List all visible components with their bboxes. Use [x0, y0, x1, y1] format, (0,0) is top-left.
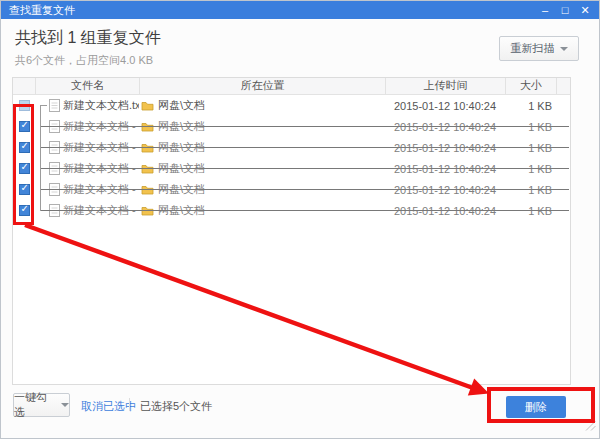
title-bar: 查找重复文件 – □ ✕: [1, 1, 599, 19]
batch-select-button[interactable]: 一键勾选: [13, 393, 70, 417]
table-row[interactable]: 新建文本文档 - 副本 (3... 网盘\文档 2015-01-12 10:40…: [13, 179, 570, 200]
table-row[interactable]: 新建文本文档 - 副本 (1... 网盘\文档 2015-01-12 10:40…: [13, 137, 570, 158]
delete-button[interactable]: 删除: [506, 396, 566, 418]
file-location: 网盘\文档: [158, 98, 205, 113]
summary-subtitle: 共6个文件，占用空间4.0 KB: [15, 53, 153, 68]
table-row[interactable]: 新建文本文档.txt 网盘\文档 2015-01-12 10:40:24 1 K…: [13, 95, 570, 116]
column-header-checkbox: [13, 78, 35, 94]
row-checkbox[interactable]: [19, 163, 30, 174]
row-checkbox[interactable]: [19, 184, 30, 195]
strikethrough-line: [41, 189, 569, 190]
chevron-down-icon: [560, 47, 568, 51]
column-header-size: 大小: [505, 78, 556, 94]
find-duplicates-dialog: 查找重复文件 – □ ✕ 共找到 1 组重复文件 共6个文件，占用空间4.0 K…: [0, 0, 600, 439]
column-header-gutter: [556, 78, 570, 94]
strikethrough-line: [41, 126, 569, 127]
rescan-button[interactable]: 重新扫描: [499, 36, 579, 61]
folder-icon: [141, 100, 154, 111]
close-icon[interactable]: ✕: [575, 1, 595, 19]
file-name: 新建文本文档.txt: [63, 98, 139, 113]
file-size: 1 KB: [505, 100, 556, 112]
strikethrough-line: [41, 210, 569, 211]
column-header-location: 所在位置: [139, 78, 385, 94]
window-title: 查找重复文件: [1, 1, 75, 19]
strikethrough-line: [41, 168, 569, 169]
window-controls: – □ ✕: [535, 1, 599, 19]
table-header: 文件名 所在位置 上传时间 大小: [13, 78, 570, 95]
column-header-time: 上传时间: [385, 78, 505, 94]
row-checkbox[interactable]: [19, 142, 30, 153]
table-row[interactable]: 新建文本文档 - 副本.txt 网盘\文档 2015-01-12 10:40:2…: [13, 116, 570, 137]
summary-title: 共找到 1 组重复文件: [15, 28, 161, 49]
file-icon: [49, 99, 60, 112]
row-checkbox[interactable]: [19, 121, 30, 132]
rescan-button-label: 重新扫描: [511, 41, 555, 56]
footer-divider: [129, 398, 130, 411]
file-time: 2015-01-12 10:40:24: [385, 100, 505, 112]
maximize-icon[interactable]: □: [555, 1, 575, 19]
selection-status: 已选择5个文件: [140, 399, 212, 414]
table-row[interactable]: 新建文本文档 - 副本 (2... 网盘\文档 2015-01-12 10:40…: [13, 158, 570, 179]
duplicate-files-table: 文件名 所在位置 上传时间 大小 新建文本文档.txt 网盘\文档 2015-0…: [12, 77, 571, 385]
cancel-selected-link[interactable]: 取消已选中: [81, 399, 136, 414]
batch-select-label: 一键勾选: [14, 390, 57, 420]
minimize-icon[interactable]: –: [535, 1, 555, 19]
chevron-down-icon: [61, 403, 69, 407]
table-row[interactable]: 新建文本文档 - 副本 (4... 网盘\文档 2015-01-12 10:40…: [13, 200, 570, 221]
strikethrough-line: [41, 147, 569, 148]
column-header-filename: 文件名: [35, 78, 139, 94]
resize-grip[interactable]: [585, 417, 596, 435]
tree-connector-icon: [35, 95, 48, 116]
row-checkbox[interactable]: [19, 205, 30, 216]
row-checkbox[interactable]: [19, 100, 30, 111]
